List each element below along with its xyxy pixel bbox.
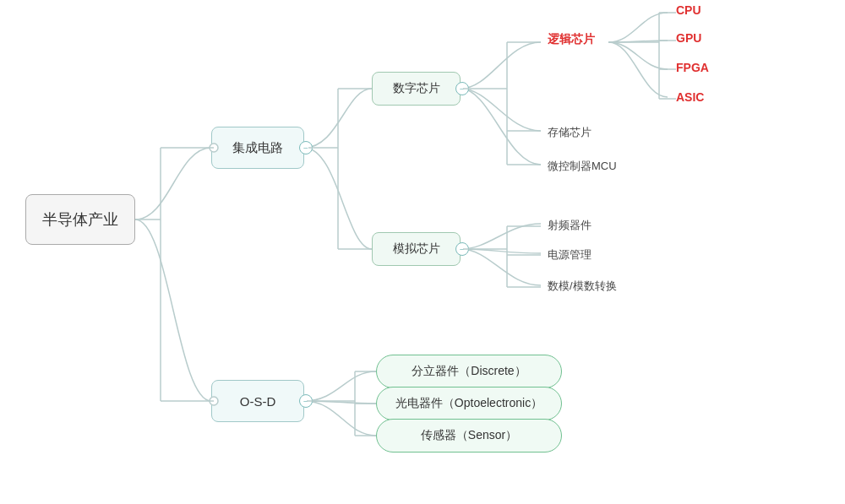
asic-node: ASIC bbox=[676, 90, 704, 104]
asic-label: ASIC bbox=[676, 90, 704, 104]
osd-collapse-btn[interactable]: − bbox=[299, 394, 313, 408]
cpu-node: CPU bbox=[676, 3, 701, 17]
root-node: 半导体产业 bbox=[25, 194, 135, 245]
storage-label: 存储芯片 bbox=[548, 126, 592, 138]
mind-map: 半导体产业 集成电路 − O-S-D − 数字芯片 − 模拟芯片 − 逻辑芯片 … bbox=[0, 0, 845, 504]
gpu-node: GPU bbox=[676, 31, 701, 45]
analog-collapse-btn[interactable]: − bbox=[455, 242, 469, 256]
rf-label: 射频器件 bbox=[548, 219, 592, 231]
power-label: 电源管理 bbox=[548, 248, 592, 261]
ic-node[interactable]: 集成电路 bbox=[211, 127, 304, 169]
root-label: 半导体产业 bbox=[42, 209, 118, 230]
rf-node: 射频器件 bbox=[548, 218, 592, 233]
digital-label: 数字芯片 bbox=[393, 81, 440, 96]
digital-node[interactable]: 数字芯片 bbox=[372, 72, 461, 106]
osd-label: O-S-D bbox=[240, 394, 276, 409]
storage-node: 存储芯片 bbox=[548, 125, 592, 140]
mcu-node: 微控制器MCU bbox=[548, 159, 617, 174]
logic-chip-label: 逻辑芯片 bbox=[548, 32, 595, 46]
fpga-label: FPGA bbox=[676, 61, 709, 74]
opto-label: 光电器件（Optoelectronic） bbox=[395, 396, 542, 411]
discrete-node[interactable]: 分立器件（Discrete） bbox=[376, 355, 562, 388]
gpu-label: GPU bbox=[676, 31, 701, 45]
digital-collapse-btn[interactable]: − bbox=[455, 82, 469, 95]
cpu-label: CPU bbox=[676, 3, 701, 17]
sensor-label: 传感器（Sensor） bbox=[421, 428, 517, 443]
analog-label: 模拟芯片 bbox=[393, 241, 440, 257]
ic-collapse-btn[interactable]: − bbox=[299, 141, 313, 154]
dac-label: 数模/模数转换 bbox=[548, 279, 617, 292]
opto-node[interactable]: 光电器件（Optoelectronic） bbox=[376, 387, 562, 420]
dac-node: 数模/模数转换 bbox=[548, 279, 617, 294]
osd-node[interactable]: O-S-D bbox=[211, 380, 304, 422]
sensor-node[interactable]: 传感器（Sensor） bbox=[376, 419, 562, 453]
mcu-label: 微控制器MCU bbox=[548, 160, 617, 172]
discrete-label: 分立器件（Discrete） bbox=[412, 364, 526, 379]
power-node: 电源管理 bbox=[548, 247, 592, 263]
fpga-node: FPGA bbox=[676, 61, 709, 74]
analog-node[interactable]: 模拟芯片 bbox=[372, 232, 461, 266]
ic-label: 集成电路 bbox=[232, 140, 283, 156]
logic-chip-node: 逻辑芯片 bbox=[548, 32, 595, 47]
